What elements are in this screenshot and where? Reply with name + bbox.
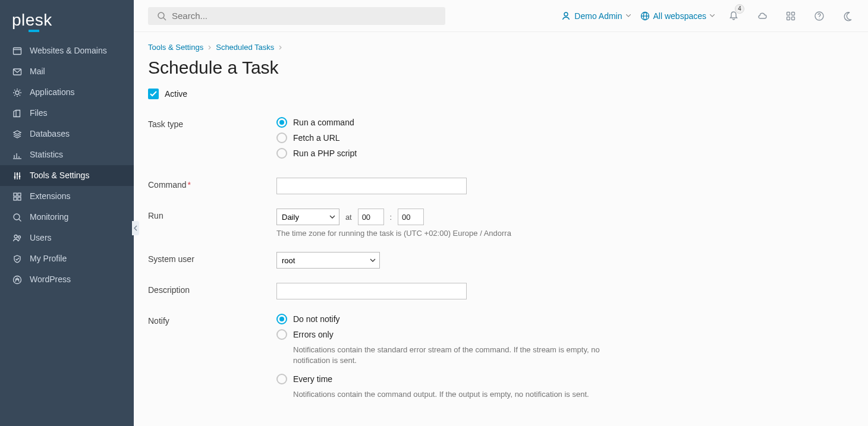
task-type-label: Task type: [148, 117, 276, 129]
breadcrumb-item[interactable]: Scheduled Tasks: [216, 43, 274, 52]
sidebar-item-databases[interactable]: Databases: [0, 124, 134, 144]
radio-label: Do not notify: [293, 314, 340, 324]
run-label: Run: [148, 209, 276, 220]
user-name: Demo Admin: [574, 11, 622, 21]
sidebar-item-label: Databases: [30, 128, 70, 140]
search-box[interactable]: [148, 7, 445, 25]
breadcrumb: Tools & Settings Scheduled Tasks: [148, 43, 854, 52]
task-type-command[interactable]: Run a command: [276, 117, 728, 128]
svg-point-14: [19, 175, 21, 177]
extensions-icon-button[interactable]: [781, 7, 800, 26]
radio-label: Run a PHP script: [293, 149, 357, 158]
sidebar-item-my-profile[interactable]: My Profile: [0, 248, 134, 269]
sidebar-item-applications-icon: [12, 87, 23, 98]
svg-rect-31: [792, 12, 795, 15]
sidebar-item-wordpress[interactable]: WordPress: [0, 269, 134, 290]
sidebar-item-applications[interactable]: Applications: [0, 82, 134, 103]
task-type-php[interactable]: Run a PHP script: [276, 148, 728, 159]
svg-point-3: [15, 91, 19, 94]
page-title: Schedule a Task: [148, 58, 854, 78]
svg-rect-15: [14, 193, 17, 196]
system-user-select[interactable]: root: [276, 252, 380, 269]
brand-logo-text: plesk: [12, 11, 52, 30]
sidebar-item-tools-settings[interactable]: Tools & Settings: [0, 165, 134, 186]
command-input[interactable]: [276, 178, 467, 194]
sidebar-item-mail-icon: [12, 67, 23, 77]
search-input[interactable]: [172, 11, 437, 21]
user-icon: [561, 11, 571, 21]
sidebar-item-monitoring-icon: [12, 212, 23, 223]
subscription-label: All webspaces: [653, 11, 707, 21]
sidebar-item-tools-settings-icon: [12, 171, 23, 181]
sidebar-item-monitoring[interactable]: Monitoring: [0, 207, 134, 228]
sidebar-item-mail[interactable]: Mail: [0, 61, 134, 82]
colon-label: :: [390, 213, 392, 222]
notify-none[interactable]: Do not notify: [276, 314, 728, 324]
timezone-hint: The time zone for running the task is (U…: [276, 229, 728, 238]
svg-point-21: [14, 235, 17, 238]
svg-rect-16: [18, 193, 21, 196]
sidebar-item-websites-icon: [12, 46, 23, 56]
radio-label: Errors only: [293, 330, 334, 339]
sidebar-item-extensions[interactable]: Extensions: [0, 186, 134, 207]
active-checkbox[interactable]: [148, 89, 159, 99]
svg-rect-17: [14, 197, 17, 200]
system-user-select-wrap: root: [276, 252, 380, 269]
radio-icon: [276, 374, 287, 384]
page-content: Tools & Settings Scheduled Tasks Schedul…: [134, 32, 868, 426]
radio-icon: [276, 329, 287, 340]
breadcrumb-item[interactable]: Tools & Settings: [148, 43, 203, 52]
cloud-icon-button[interactable]: [753, 7, 772, 26]
sidebar-item-label: My Profile: [30, 253, 67, 264]
sidebar-item-statistics[interactable]: Statistics: [0, 144, 134, 165]
svg-rect-0: [14, 48, 21, 54]
run-frequency-select-wrap: Daily: [276, 209, 339, 225]
active-label: Active: [165, 89, 187, 99]
description-input[interactable]: [276, 283, 467, 299]
subscription-menu[interactable]: All webspaces: [640, 11, 715, 21]
sidebar-collapse-button[interactable]: [132, 221, 139, 235]
svg-line-20: [19, 219, 21, 222]
notify-errors[interactable]: Errors only: [276, 329, 728, 340]
svg-rect-18: [18, 197, 21, 200]
sidebar-item-users[interactable]: Users: [0, 228, 134, 248]
description-label: Description: [148, 283, 276, 295]
run-frequency-select[interactable]: Daily: [276, 209, 339, 225]
sidebar-item-users-icon: [12, 233, 23, 244]
svg-point-26: [564, 12, 568, 16]
sidebar-item-files[interactable]: Files: [0, 103, 134, 124]
sidebar-item-files-icon: [12, 108, 23, 119]
sidebar-item-my-profile-icon: [12, 254, 23, 264]
sidebar-item-websites[interactable]: Websites & Domains: [0, 40, 134, 61]
sidebar-item-extensions-icon: [12, 191, 23, 202]
breadcrumb-separator-icon: [208, 45, 211, 50]
notify-every[interactable]: Every time: [276, 374, 728, 384]
task-type-url[interactable]: Fetch a URL: [276, 132, 728, 143]
radio-icon: [276, 314, 287, 324]
user-menu[interactable]: Demo Admin: [561, 11, 630, 21]
notify-errors-description: Notifications contain the standard error…: [293, 345, 602, 365]
notifications-button[interactable]: 4: [724, 7, 743, 26]
required-asterisk: *: [188, 180, 191, 190]
radio-label: Fetch a URL: [293, 133, 340, 143]
radio-icon: [276, 117, 287, 128]
svg-point-12: [14, 176, 16, 178]
breadcrumb-separator-icon: [279, 45, 282, 50]
chevron-down-icon: [626, 14, 631, 17]
chevron-down-icon: [710, 14, 715, 17]
run-minute-input[interactable]: [398, 209, 424, 225]
sidebar-nav: Websites & DomainsMailApplicationsFilesD…: [0, 40, 134, 290]
sidebar-item-label: Files: [30, 108, 48, 119]
globe-icon: [640, 11, 650, 21]
sidebar-item-label: Tools & Settings: [30, 170, 89, 181]
sidebar-item-label: Websites & Domains: [30, 45, 107, 56]
brand-logo[interactable]: plesk: [0, 7, 134, 40]
dark-mode-toggle[interactable]: [838, 7, 857, 26]
help-icon-button[interactable]: [810, 7, 829, 26]
sidebar-item-label: WordPress: [30, 274, 71, 285]
sidebar-item-databases-icon: [12, 129, 23, 140]
radio-icon: [276, 148, 287, 159]
run-hour-input[interactable]: [358, 209, 384, 225]
svg-rect-30: [787, 12, 790, 15]
topbar: Demo Admin All webspaces 4: [134, 0, 868, 32]
